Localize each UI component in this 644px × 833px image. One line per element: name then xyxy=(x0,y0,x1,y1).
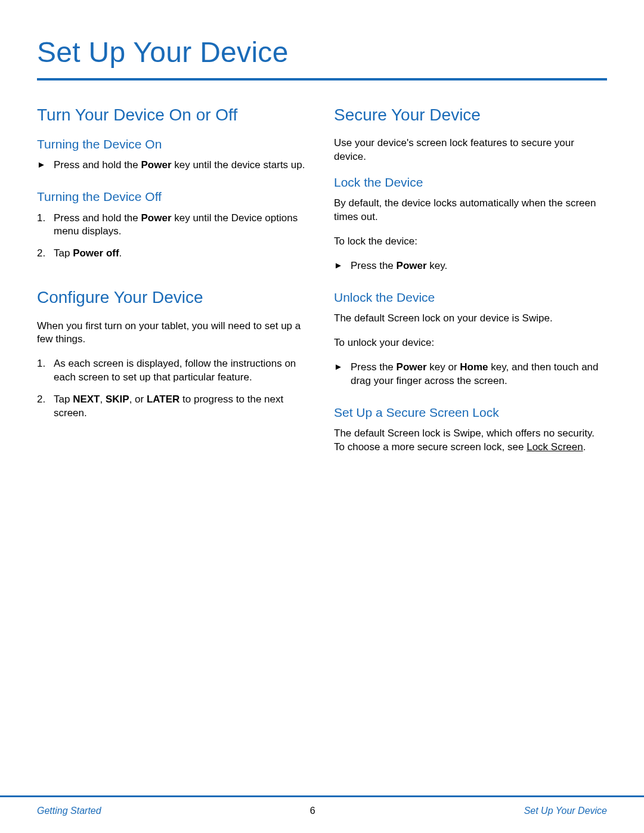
paragraph: When you first turn on your tablet, you … xyxy=(37,320,310,347)
text-bold: SKIP xyxy=(106,394,129,405)
page-footer: Getting Started 6 Set Up Your Device xyxy=(0,795,644,833)
text-fragment: key or xyxy=(427,361,460,373)
text-fragment: , xyxy=(100,394,105,405)
footer-left: Getting Started xyxy=(37,806,101,816)
text-fragment: Press the xyxy=(351,260,397,271)
paragraph: The default Screen lock on your device i… xyxy=(334,312,607,326)
left-column: Turn Your Device On or Off Turning the D… xyxy=(37,106,310,465)
heading-turn-on-off: Turn Your Device On or Off xyxy=(37,106,310,125)
list-configure: As each screen is displayed, follow the … xyxy=(37,357,310,420)
list-item: Press and hold the Power key until the d… xyxy=(37,159,310,172)
list-turning-off: Press and hold the Power key until the D… xyxy=(37,212,310,261)
paragraph: To lock the device: xyxy=(334,235,607,249)
text-bold: Power xyxy=(141,212,171,224)
paragraph: Use your device's screen lock features t… xyxy=(334,137,607,164)
text-bold: LATER xyxy=(147,394,179,405)
list-turning-on: Press and hold the Power key until the d… xyxy=(37,159,310,172)
text-bold: Power xyxy=(141,159,171,171)
paragraph: To unlock your device: xyxy=(334,336,607,350)
paragraph: By default, the device locks automatical… xyxy=(334,197,607,224)
page-body: Set Up Your Device Turn Your Device On o… xyxy=(0,0,644,501)
list-unlock: Press the Power key or Home key, and the… xyxy=(334,361,607,388)
list-item: Press the Power key. xyxy=(334,259,607,273)
text-fragment: Press the xyxy=(351,361,397,373)
text-fragment: Press and hold the xyxy=(54,212,141,224)
text-fragment: . xyxy=(583,441,586,453)
subheading-setup-lock: Set Up a Secure Screen Lock xyxy=(334,405,607,420)
text-fragment: key until the device starts up. xyxy=(172,159,305,171)
paragraph: The default Screen lock is Swipe, which … xyxy=(334,427,607,454)
footer-page-number: 6 xyxy=(310,806,315,816)
text-fragment: Tap xyxy=(54,394,73,405)
text-fragment: . xyxy=(119,247,122,259)
list-item: Press the Power key or Home key, and the… xyxy=(334,361,607,388)
page-title: Set Up Your Device xyxy=(37,36,607,69)
text-bold: Power off xyxy=(73,247,119,259)
link-lock-screen[interactable]: Lock Screen xyxy=(527,441,583,453)
two-column-layout: Turn Your Device On or Off Turning the D… xyxy=(37,106,607,465)
list-item: Tap NEXT, SKIP, or LATER to progress to … xyxy=(37,393,310,420)
list-item: Tap Power off. xyxy=(37,247,310,261)
text-fragment: Tap xyxy=(54,247,73,259)
footer-right: Set Up Your Device xyxy=(524,806,607,816)
heading-configure: Configure Your Device xyxy=(37,288,310,307)
text-bold: NEXT xyxy=(73,394,100,405)
text-bold: Power xyxy=(397,260,427,271)
subheading-unlock: Unlock the Device xyxy=(334,290,607,305)
subheading-turning-off: Turning the Device Off xyxy=(37,189,310,204)
text-fragment: , or xyxy=(129,394,147,405)
list-item: Press and hold the Power key until the D… xyxy=(37,212,310,239)
text-bold: Home xyxy=(460,361,488,373)
subheading-turning-on: Turning the Device On xyxy=(37,137,310,151)
list-item: As each screen is displayed, follow the … xyxy=(37,357,310,385)
heading-secure: Secure Your Device xyxy=(334,106,607,125)
list-lock: Press the Power key. xyxy=(334,259,607,273)
text-fragment: Press and hold the xyxy=(54,159,141,171)
title-rule xyxy=(37,78,607,80)
text-bold: Power xyxy=(397,361,427,373)
text-fragment: key. xyxy=(427,260,448,271)
subheading-lock: Lock the Device xyxy=(334,175,607,190)
right-column: Secure Your Device Use your device's scr… xyxy=(334,106,607,465)
